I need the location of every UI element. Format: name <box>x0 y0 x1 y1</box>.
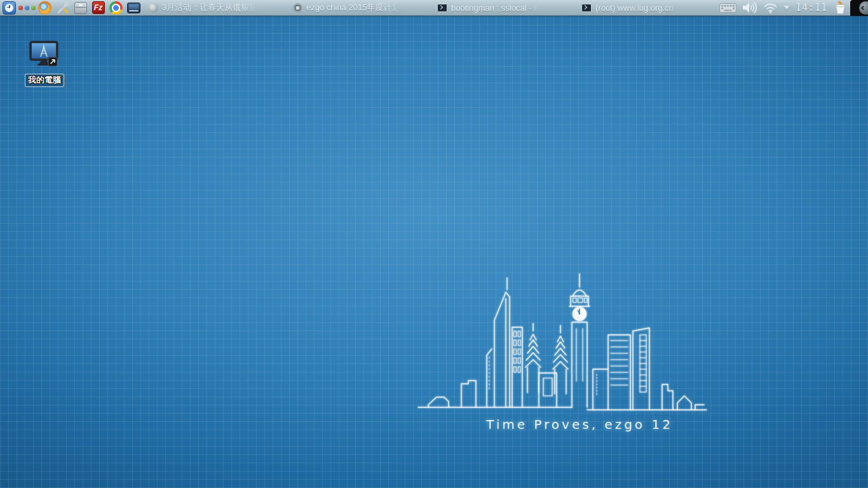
display-launcher[interactable] <box>126 1 141 15</box>
system-tools-launcher[interactable] <box>55 1 70 15</box>
top-panel: Fz 3月活动：让春天从饿狠狠 ezgo china 2015年度计划 boot… <box>0 0 868 16</box>
terminal-icon <box>437 4 447 12</box>
shortcut-arrow-icon <box>48 57 57 66</box>
monitor-icon <box>127 3 140 13</box>
chrome-launcher[interactable] <box>109 1 123 15</box>
filezilla-launcher[interactable]: Fz <box>91 1 105 15</box>
wallpaper-skyline <box>416 270 712 419</box>
terminal-icon <box>581 4 592 12</box>
firefox-gray-icon <box>149 3 158 13</box>
window-title: bootingman : sslocal - K <box>451 3 539 13</box>
collapse-arrow-icon <box>859 1 868 15</box>
panel-collapse-button[interactable] <box>850 0 868 16</box>
chrome-icon <box>109 1 123 15</box>
window-button-terminal-2[interactable]: (root) www.lug.org.cn - <box>578 1 714 15</box>
desktop: Time Proves, ezgo 12 我的電腦 <box>0 0 868 488</box>
wifi-icon[interactable] <box>763 2 778 13</box>
window-button-chrome[interactable]: ezgo china 2015年度计划 <box>289 1 433 15</box>
notes-icon[interactable] <box>833 1 848 15</box>
my-computer-shortcut[interactable]: 我的電腦 <box>17 41 72 87</box>
tray-clock[interactable]: 14:11 <box>796 2 827 13</box>
window-title: 3月活动：让春天从饿狠狠 <box>162 2 257 13</box>
window-button-terminal-1[interactable]: bootingman : sslocal - K <box>433 1 578 15</box>
three-dots-icon <box>18 6 36 10</box>
firefox-launcher[interactable] <box>37 1 52 15</box>
file-cabinet-icon <box>74 2 87 14</box>
window-title: (root) www.lug.org.cn - <box>595 3 679 13</box>
app-menu-button[interactable] <box>2 1 17 15</box>
my-computer-label: 我的電腦 <box>25 74 64 87</box>
filezilla-icon: Fz <box>92 1 105 14</box>
workspace-dots-button[interactable] <box>20 1 34 15</box>
volume-icon[interactable] <box>742 1 757 15</box>
keyboard-icon[interactable] <box>719 3 736 13</box>
window-button-firefox[interactable]: 3月活动：让春天从饿狠狠 <box>145 1 289 15</box>
chrome-gray-icon <box>293 3 302 13</box>
chevron-down-icon[interactable] <box>783 6 790 10</box>
firefox-icon <box>38 1 51 15</box>
file-manager-launcher[interactable] <box>73 1 88 15</box>
crossed-tools-icon <box>56 1 69 15</box>
system-tray: 14:11 <box>714 0 850 16</box>
skyline-caption: Time Proves, ezgo 12 <box>481 417 678 432</box>
window-title: ezgo china 2015年度计划 <box>306 2 400 13</box>
monitor-glyph <box>28 41 61 69</box>
launcher-area: Fz <box>0 1 145 15</box>
clock-menu-icon <box>3 1 16 15</box>
window-list: 3月活动：让春天从饿狠狠 ezgo china 2015年度计划 booting… <box>145 0 714 16</box>
